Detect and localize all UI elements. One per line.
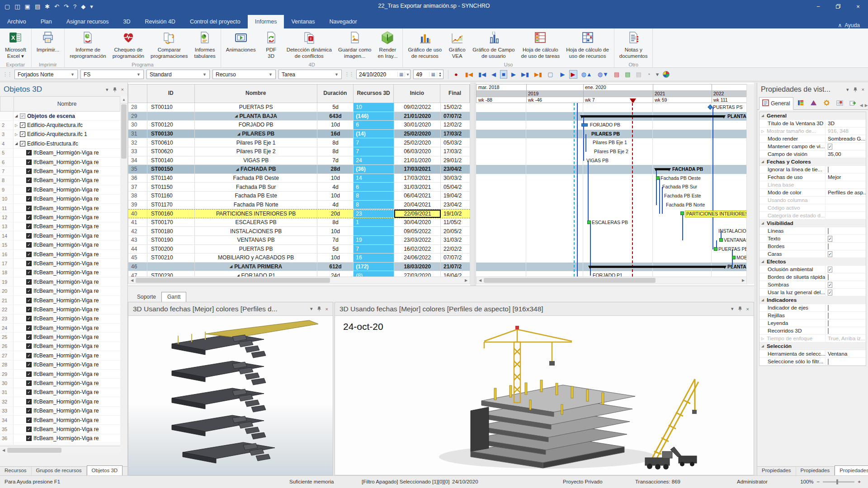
tree-row[interactable]: 2▷✓Edificio-Arquitectura.ifc — [0, 121, 120, 130]
cell-name[interactable]: VENTANAS PB — [195, 236, 318, 244]
ribbon-tab-archivo[interactable]: Archivo — [0, 15, 33, 28]
checkbox-icon[interactable]: ✓ — [26, 150, 32, 155]
property-row[interactable]: ▷Tiempo de enfoqueTrue, Arriba iz... — [760, 335, 866, 343]
property-value[interactable] — [826, 358, 866, 365]
cell-resources-3d[interactable]: (36) — [354, 165, 394, 174]
expander-icon[interactable]: ◢ — [236, 167, 239, 171]
cell-id[interactable] — [147, 112, 195, 121]
expander-icon[interactable]: ▷ — [14, 123, 19, 127]
checkbox-icon[interactable]: ✓ — [828, 290, 832, 296]
gantt-task-label[interactable]: Pilares PB Eje 2 — [594, 149, 628, 155]
tree-row[interactable]: 14✓IfcBeam_Hormigón-Viga re — [0, 231, 120, 240]
ribbon-button-animaciones[interactable]: Animaciones — [223, 29, 259, 61]
gantt-task-label[interactable]: Fachada PB Norte — [666, 202, 705, 208]
date-field[interactable]: ▦▾ — [356, 70, 410, 79]
checkbox-icon[interactable]: ✓ — [26, 261, 32, 266]
table-row[interactable]: 47ST00230◢FORJADO P124d(8)27/03/202016/0… — [128, 271, 470, 277]
cell-id[interactable]: ST00140 — [147, 156, 195, 165]
pin-icon[interactable] — [853, 87, 858, 92]
section-expander-icon[interactable]: ◢ — [760, 260, 766, 263]
property-row[interactable]: Seleccione sólo lo filtr... — [760, 358, 866, 366]
cell-start-date[interactable]: 17/03/2021 — [394, 174, 441, 183]
tree-row[interactable]: 35✓IfcBeam_Hormigón-Viga re — [0, 425, 120, 434]
cell-id[interactable]: ST01170 — [147, 201, 195, 209]
ribbon-button-hoja-de-cálculo-de-uso-de-recursos[interactable]: Hoja de cálculo deuso de recursos — [563, 29, 612, 61]
checkbox-icon[interactable] — [828, 359, 829, 365]
cell-end-date[interactable]: 07/07/2 — [441, 253, 470, 262]
cell-id[interactable] — [147, 263, 195, 271]
gantt-chart-body[interactable]: PUERTAS PSPLANTA BAJAFORJADO PBPILARES P… — [476, 103, 747, 277]
cell-duration[interactable]: 10d — [317, 192, 354, 200]
cell-start-date[interactable]: 20/04/2021 — [394, 201, 441, 209]
gantt-task-label[interactable]: VENTANAS PB — [724, 237, 747, 243]
cell-start-date[interactable]: 30/01/2020 — [394, 121, 441, 129]
cell-end-date[interactable]: 05/04/2 — [441, 183, 470, 191]
cell-id[interactable]: ST00180 — [147, 227, 195, 235]
checkbox-icon[interactable] — [828, 228, 829, 234]
property-row[interactable]: Caras✓ — [760, 250, 866, 258]
left-tab-grupos-de-recursos[interactable]: Grupos de recursos — [32, 467, 87, 475]
undo-icon[interactable]: ↶ — [54, 4, 59, 9]
cell-id[interactable]: ST00120 — [147, 121, 195, 129]
cell-name[interactable]: ESCALERAS PB — [195, 218, 318, 227]
filter-dropdown-1[interactable]: FS▼ — [80, 70, 144, 79]
checkbox-icon[interactable]: ✓ — [26, 389, 32, 395]
column-header-duración[interactable]: Duración — [317, 84, 354, 103]
cell-duration[interactable]: 643d — [317, 112, 354, 121]
panel-menu-icon[interactable]: ▾ — [731, 306, 734, 312]
ribbon-button-chequeo-de-programación[interactable]: Chequeo deprogramación — [109, 29, 147, 61]
stop-icon[interactable]: ■ — [500, 70, 507, 79]
help-label[interactable]: Ayuda — [844, 22, 860, 28]
cell-name[interactable]: Pilares PB Eje 2 — [195, 147, 318, 156]
tree-row[interactable]: 21✓IfcBeam_Hormigón-Viga re — [0, 296, 120, 305]
zoom-slider-thumb[interactable] — [836, 479, 838, 484]
expander-icon[interactable]: ▷ — [761, 129, 767, 133]
cell-resources-3d[interactable]: 24 — [354, 156, 394, 165]
checkbox-icon[interactable]: ✓ — [20, 141, 25, 146]
property-row[interactable]: Sombras✓ — [760, 281, 866, 289]
expander-icon[interactable]: ◢ — [14, 114, 19, 118]
gantt-task-label[interactable]: FORJADO PB — [590, 122, 620, 128]
properties-tab-pyramid[interactable] — [807, 98, 820, 109]
property-value[interactable] — [826, 320, 866, 326]
tree-row[interactable]: 23✓IfcBeam_Hormigón-Viga re — [0, 314, 120, 324]
tree-row[interactable]: 20✓IfcBeam_Hormigón-Viga re — [0, 286, 120, 296]
ribbon-tab-control-del-proyecto[interactable]: Control del proyecto — [183, 15, 248, 28]
cell-name[interactable]: ◢PLANTA PRIMERA — [195, 263, 318, 271]
checkbox-icon[interactable]: ✓ — [828, 236, 832, 242]
ribbon-tab-navegador[interactable]: Navegador — [322, 15, 364, 28]
gantt-task-label[interactable]: PUERTAS PS — [713, 104, 743, 110]
cell-id[interactable]: ST00610 — [147, 138, 195, 147]
property-value[interactable] — [826, 243, 866, 249]
tree-row[interactable]: ◢✓Objetos de escena — [0, 112, 120, 121]
camera-down-icon[interactable]: ◍▼ — [596, 70, 610, 78]
tree-row[interactable]: 32✓IfcBeam_Hormigón-Viga re — [0, 397, 120, 406]
tree-row[interactable]: 22✓IfcBeam_Hormigón-Viga re — [0, 305, 120, 314]
checkbox-icon[interactable]: ✓ — [26, 399, 32, 404]
ribbon-button-pdf-3d[interactable]: PDF3D — [259, 29, 283, 61]
scroll-left-icon[interactable]: ◀ — [0, 448, 7, 452]
cell-start-date[interactable]: 21/01/2020 — [394, 156, 441, 165]
ribbon-tab-asignar-recursos[interactable]: Asignar recursos — [59, 15, 116, 28]
gantt-task-label[interactable]: PUERTAS PB — [718, 246, 747, 252]
cell-end-date[interactable]: 15/02/2 — [441, 103, 470, 112]
section-expander-icon[interactable]: ◢ — [760, 344, 766, 348]
cell-duration[interactable]: 10d — [317, 253, 354, 262]
cell-end-date[interactable]: 23/04/2 — [441, 201, 470, 209]
cell-end-date[interactable]: 07/07/2 — [441, 112, 470, 121]
properties-tab-general[interactable]: General — [759, 97, 793, 110]
table-horizontal-scrollbar[interactable]: ◀ ▶ — [128, 277, 470, 284]
cell-duration[interactable]: 10d — [317, 174, 354, 183]
cell-duration[interactable]: 5d — [317, 103, 354, 112]
scrollbar-thumb[interactable] — [121, 104, 127, 159]
zoom-slider[interactable] — [823, 481, 854, 483]
cell-name[interactable]: VIGAS PB — [195, 156, 318, 165]
cell-name[interactable]: PUERTAS PS — [195, 103, 318, 112]
checkbox-icon[interactable]: ✓ — [26, 279, 32, 285]
cell-name[interactable]: Pilares PB Eje 1 — [195, 138, 318, 147]
property-row[interactable]: Código activo — [760, 204, 866, 212]
checkbox-icon[interactable] — [828, 320, 829, 326]
zoom-out-icon[interactable]: − — [817, 479, 820, 484]
training-icon[interactable]: ◆ — [81, 4, 85, 9]
property-row[interactable]: Usar la luz general del...✓ — [760, 289, 866, 296]
